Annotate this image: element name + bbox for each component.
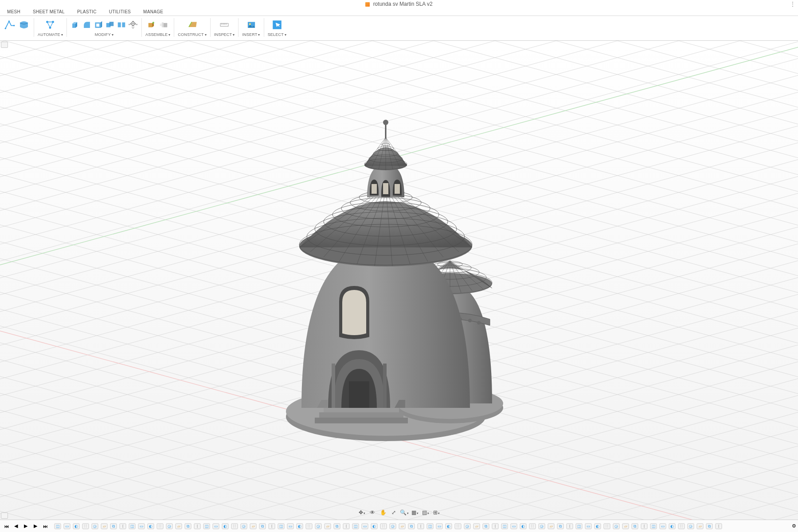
timeline-feature[interactable]: ▭ [63,522,71,531]
timeline-feature[interactable]: ▭ [211,522,220,531]
timeline-start-button[interactable]: ⏮ [2,522,11,531]
timeline-feature[interactable]: ∷ [230,522,239,531]
automate-button[interactable] [44,19,56,31]
timeline-next-button[interactable]: ▶ [31,522,40,531]
insert-button[interactable] [245,19,258,31]
timeline-play-button[interactable]: ▶ [21,522,30,531]
timeline-feature[interactable]: ◐ [519,522,528,531]
timeline-feature[interactable]: ∷ [528,522,537,531]
timeline-feature[interactable]: ⧉ [407,522,416,531]
timeline-feature[interactable]: ▱ [249,522,258,531]
timeline-feature[interactable]: ∷ [156,522,164,531]
dropdown-caret-icon[interactable] [111,32,113,37]
timeline-feature[interactable]: ▱ [174,522,183,531]
timeline-feature[interactable]: ◶ [463,522,472,531]
dropdown-caret-icon[interactable] [204,32,207,37]
tab-manage[interactable]: MANAGE [143,8,163,16]
create-sketch-button[interactable] [4,19,16,31]
timeline-feature[interactable]: ▱ [323,522,332,531]
timeline-feature[interactable]: ▱ [621,522,630,531]
combine-button[interactable] [105,19,115,31]
timeline-settings-button[interactable]: ⚙ [792,523,796,529]
timeline-feature[interactable]: ◐ [444,522,453,531]
fillet-button[interactable] [82,19,92,31]
tab-sheet-metal[interactable]: SHEET METAL [33,8,65,16]
timeline-feature[interactable]: ◶ [686,522,695,531]
timeline-feature[interactable]: ◶ [165,522,174,531]
timeline-feature[interactable]: ∷ [305,522,313,531]
dropdown-caret-icon[interactable] [232,32,235,37]
timeline-feature[interactable]: ∷ [677,522,686,531]
timeline-feature[interactable]: ◫ [202,522,211,531]
timeline-feature[interactable]: ⧙ [267,522,276,531]
timeline-feature[interactable]: ⧉ [332,522,341,531]
timeline-feature[interactable]: ◶ [537,522,546,531]
timeline-feature[interactable]: ▭ [137,522,146,531]
zoom-button[interactable]: ⤢ [390,509,398,516]
timeline-feature[interactable]: ◫ [351,522,360,531]
split-button[interactable] [117,19,126,31]
timeline-feature[interactable]: ◐ [370,522,379,531]
timeline-feature[interactable]: ⧙ [491,522,500,531]
timeline-feature[interactable]: ◫ [128,522,137,531]
timeline-feature[interactable]: ◫ [575,522,583,531]
timeline-feature[interactable]: ▱ [398,522,407,531]
pan-button[interactable]: ✋ [379,509,387,516]
timeline-feature[interactable]: ▭ [435,522,444,531]
timeline-feature[interactable]: ▱ [547,522,555,531]
timeline-feature[interactable]: ⧉ [556,522,565,531]
tab-mesh[interactable]: MESH [7,8,20,16]
timeline-feature[interactable]: ◫ [53,522,62,531]
look-button[interactable]: 👁 [368,509,376,516]
tab-plastic[interactable]: PLASTIC [77,8,97,16]
dropdown-caret-icon[interactable] [60,32,63,37]
browser-panel-toggle[interactable] [1,42,8,48]
timeline-feature[interactable]: ▭ [360,522,369,531]
timeline-feature[interactable]: ◶ [612,522,621,531]
timeline-feature[interactable]: ⧉ [184,522,192,531]
display-settings-button[interactable]: ▦ [411,509,419,516]
timeline-feature[interactable]: ◐ [72,522,81,531]
timeline-feature[interactable]: ▭ [509,522,518,531]
timeline-feature[interactable]: ⧙ [118,522,127,531]
dropdown-caret-icon[interactable] [284,32,286,37]
timeline-feature[interactable]: ⧙ [565,522,574,531]
rigid-group-button[interactable] [159,19,168,31]
timeline-feature[interactable]: ⧙ [714,522,723,531]
timeline-feature[interactable]: ⧙ [416,522,425,531]
timeline-feature[interactable]: ▭ [584,522,593,531]
timeline-feature[interactable]: ◶ [314,522,323,531]
timeline-feature[interactable]: ▱ [100,522,109,531]
timeline-feature[interactable]: ∷ [602,522,611,531]
timeline-feature[interactable]: ◫ [500,522,509,531]
create-form-button[interactable] [18,19,30,31]
timeline-feature[interactable]: ▭ [658,522,667,531]
timeline-feature[interactable]: ∷ [454,522,462,531]
timeline-prev-button[interactable]: ◀ [12,522,20,531]
draft-button[interactable] [128,19,138,31]
timeline-feature[interactable]: ⧙ [342,522,351,531]
viewport-3d[interactable]: ✥ 👁 ✋ ⤢ 🔍 ▦ ▤ ⊞ [0,41,798,520]
zoom-menu-button[interactable]: 🔍 [400,509,408,516]
joint-button[interactable] [147,19,157,31]
shell-button[interactable] [94,19,103,31]
timeline-feature[interactable]: ◶ [239,522,248,531]
timeline-feature[interactable]: ◐ [593,522,602,531]
timeline-feature[interactable]: ⧙ [640,522,649,531]
press-pull-button[interactable] [70,19,80,31]
dropdown-caret-icon[interactable] [257,32,260,37]
timeline-feature[interactable]: ⧉ [109,522,118,531]
timeline-feature[interactable]: ◐ [221,522,230,531]
timeline-feature[interactable]: ▭ [286,522,295,531]
window-control[interactable]: ⋮ [790,0,795,8]
timeline-feature[interactable]: ◐ [295,522,304,531]
timeline-feature[interactable]: ◶ [90,522,99,531]
orbit-button[interactable]: ✥ [358,509,366,516]
timeline-end-button[interactable]: ⏭ [41,522,50,531]
select-button[interactable] [271,19,283,31]
timeline-feature[interactable]: ⧉ [258,522,267,531]
viewport-layouts-button[interactable]: ⊞ [432,509,440,516]
timeline-feature[interactable]: ∷ [379,522,388,531]
timeline-feature[interactable]: ⧉ [481,522,490,531]
timeline-feature[interactable]: ◫ [277,522,286,531]
